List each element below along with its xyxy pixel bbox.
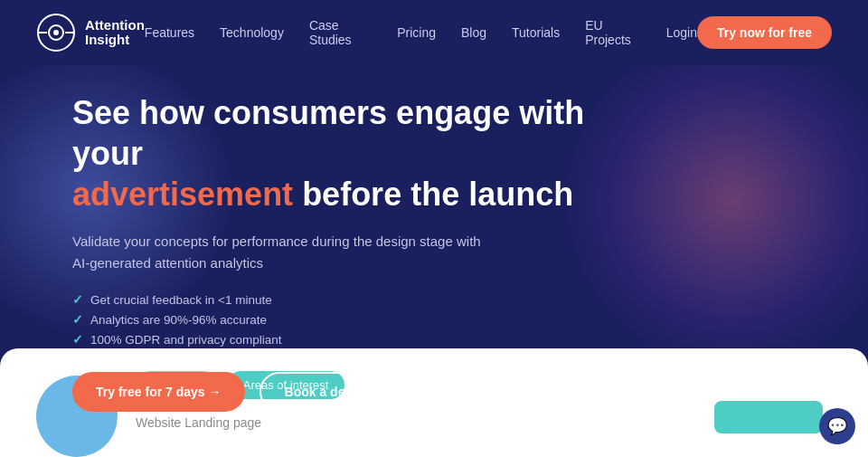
feature-item-2: ✓ Analytics are 90%-96% accurate	[72, 312, 615, 327]
feature-item-3: ✓ 100% GDPR and privacy compliant	[72, 332, 615, 347]
nav-link-blog[interactable]: Blog	[461, 25, 486, 40]
check-icon-2: ✓	[72, 312, 83, 327]
nav-link-tutorials[interactable]: Tutorials	[512, 25, 560, 40]
nav-link-login[interactable]: Login	[666, 25, 697, 40]
logo-icon	[36, 13, 76, 52]
svg-point-2	[53, 30, 59, 35]
feature-item-1: ✓ Get crucial feedback in <1 minute	[72, 292, 615, 307]
card-page-label: Website Landing page	[136, 414, 344, 430]
features-list: ✓ Get crucial feedback in <1 minute ✓ An…	[72, 292, 615, 347]
hero-title-accent: advertisement	[72, 176, 293, 213]
book-demo-button[interactable]: Book a demo call	[259, 372, 414, 412]
hero-content: See how consumers engage with your adver…	[72, 92, 615, 412]
nav-link-case-studies[interactable]: Case Studies	[309, 18, 372, 47]
nav-try-free-button[interactable]: Try now for free	[697, 16, 832, 49]
logo-text: Attention Insight	[85, 18, 145, 48]
nav-link-pricing[interactable]: Pricing	[397, 25, 436, 40]
try-free-button[interactable]: Try free for 7 days →	[72, 372, 245, 412]
hero-title: See how consumers engage with your adver…	[72, 92, 615, 214]
navbar: Attention Insight Features Technology Ca…	[0, 0, 868, 65]
nav-link-technology[interactable]: Technology	[220, 25, 284, 40]
logo[interactable]: Attention Insight	[36, 13, 145, 52]
hero-buttons: Try free for 7 days → Book a demo call	[72, 372, 615, 412]
nav-links: Features Technology Case Studies Pricing…	[145, 18, 697, 47]
chat-icon: 💬	[827, 416, 847, 436]
nav-link-features[interactable]: Features	[145, 25, 194, 40]
card-right	[714, 367, 823, 433]
check-icon-1: ✓	[72, 292, 83, 307]
chat-bubble-button[interactable]: 💬	[819, 408, 855, 444]
check-icon-3: ✓	[72, 332, 83, 347]
hero-subtitle: Validate your concepts for performance d…	[72, 231, 488, 274]
teal-bar	[714, 401, 823, 433]
nav-link-eu-projects[interactable]: EU Projects	[585, 18, 641, 47]
